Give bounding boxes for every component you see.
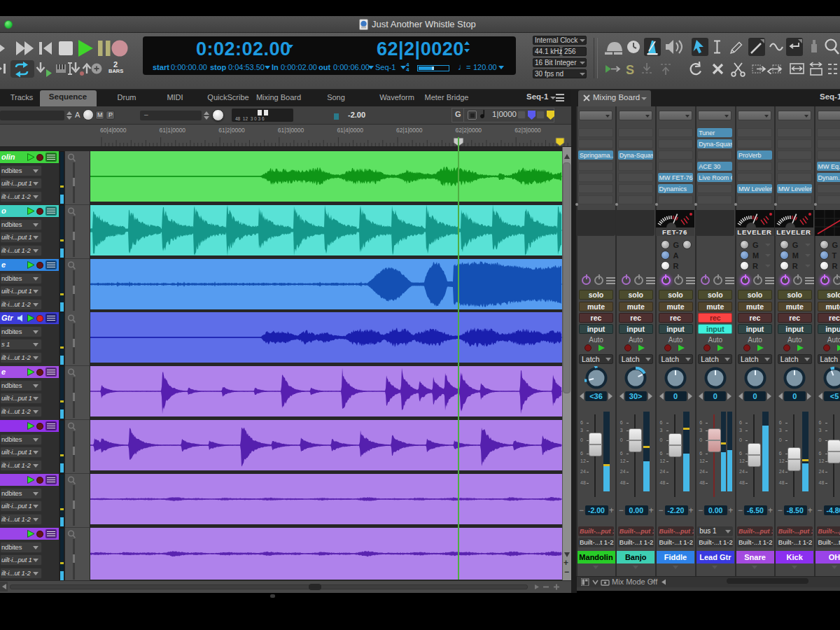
svg-text:S: S bbox=[626, 63, 634, 77]
svg-text:FET-76: FET-76 bbox=[662, 228, 687, 236]
svg-text:LEVELER: LEVELER bbox=[776, 228, 811, 236]
svg-text:LEVELER: LEVELER bbox=[737, 228, 771, 236]
